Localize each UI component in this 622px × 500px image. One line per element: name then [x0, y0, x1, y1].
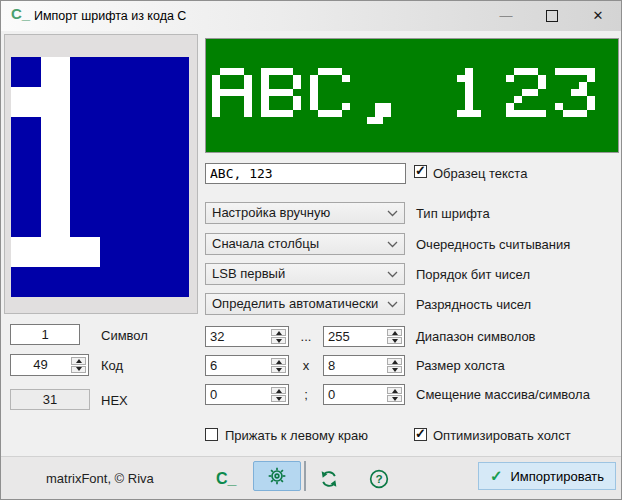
svg-text:?: ? — [375, 472, 382, 485]
import-font-dialog: C_ Импорт шрифта из кода C — ✕ 1 Символ … — [0, 0, 622, 500]
optimize-canvas-label: Оптимизировать холст — [433, 428, 571, 443]
symbol-label: Символ — [101, 328, 148, 343]
bit-order-combobox[interactable]: LSB первый — [205, 263, 405, 285]
sample-text-input[interactable] — [205, 163, 406, 184]
chevron-down-icon — [387, 210, 398, 217]
sample-text-checkbox[interactable]: ✓ — [414, 165, 427, 178]
chevron-down-icon — [387, 271, 398, 278]
chevron-down-icon — [387, 301, 398, 308]
minimize-button[interactable]: — — [483, 1, 529, 31]
offset-label: Смещение массива/символа — [416, 387, 590, 402]
titlebar: C_ Импорт шрифта из кода C — ✕ — [1, 1, 621, 31]
glyph-editor-panel — [4, 34, 198, 314]
array-offset-spinner[interactable]: 0 — [205, 384, 289, 405]
align-left-checkbox[interactable]: ✓ — [205, 428, 218, 441]
glyph-editor-canvas[interactable] — [11, 57, 189, 297]
bit-order-label: Порядок бит чисел — [416, 267, 530, 282]
font-type-label: Тип шрифта — [416, 206, 490, 221]
bit-depth-label: Разрядность чисел — [416, 297, 531, 312]
chevron-down-icon — [387, 241, 398, 248]
read-order-combobox[interactable]: Сначала столбцы — [205, 233, 405, 255]
help-icon[interactable]: ? — [369, 469, 389, 489]
spin-up-icon[interactable] — [271, 358, 286, 365]
window-title: Импорт шрифта из кода C — [34, 1, 186, 31]
canvas-size-label: Размер холста — [416, 358, 505, 373]
char-range-to-spinner[interactable]: 255 — [323, 326, 405, 347]
spin-up-icon[interactable] — [271, 387, 286, 394]
spin-down-icon[interactable] — [387, 366, 402, 373]
app-logo-icon: C_ — [11, 5, 30, 22]
font-preview — [205, 38, 619, 153]
bit-depth-combobox[interactable]: Определить автоматически — [205, 293, 405, 315]
checkmark-icon: ✓ — [415, 426, 426, 441]
maximize-button[interactable] — [529, 1, 575, 31]
symbol-offset-spinner[interactable]: 0 — [323, 384, 405, 405]
refresh-icon[interactable] — [319, 469, 339, 489]
spin-down-icon[interactable] — [271, 395, 286, 402]
symbol-field[interactable]: 1 — [10, 324, 80, 345]
settings-button[interactable] — [253, 461, 301, 491]
spin-down-icon[interactable] — [271, 366, 286, 373]
canvas-height-spinner[interactable]: 8 — [323, 355, 405, 376]
checkmark-icon: ✓ — [490, 467, 503, 485]
align-left-label: Прижать к левому краю — [225, 428, 368, 443]
maximize-icon — [546, 10, 558, 22]
canvas-width-spinner[interactable]: 6 — [205, 355, 289, 376]
read-order-label: Очередность считывания — [416, 237, 570, 252]
checkmark-icon: ✓ — [415, 163, 426, 178]
spin-up-icon[interactable] — [387, 358, 402, 365]
code-spin-buttons[interactable] — [71, 357, 86, 373]
spin-down-icon[interactable] — [387, 337, 402, 344]
spin-down-icon[interactable] — [387, 395, 402, 402]
range-separator: ... — [289, 329, 323, 344]
offset-separator: ; — [289, 387, 323, 402]
statusbar: matrixFont, © Riva C_ — [1, 456, 621, 500]
sample-text-checkbox-label: Образец текста — [433, 166, 527, 181]
optimize-canvas-checkbox[interactable]: ✓ — [414, 428, 427, 441]
code-label: Код — [101, 358, 123, 373]
code-spinner[interactable]: 49 — [10, 354, 89, 376]
spin-down-icon[interactable] — [271, 337, 286, 344]
import-button-label: Импортировать — [510, 469, 604, 484]
spin-up-icon[interactable] — [387, 329, 402, 336]
spin-up-icon[interactable] — [387, 387, 402, 394]
close-button[interactable]: ✕ — [575, 1, 621, 31]
size-separator: x — [289, 358, 323, 373]
toolbar-separator — [304, 461, 306, 491]
spin-up-icon[interactable] — [71, 357, 86, 365]
gear-icon — [267, 466, 287, 486]
char-range-label: Диапазон символов — [416, 329, 536, 344]
import-button[interactable]: ✓ Импортировать — [478, 462, 616, 490]
hex-label: HEX — [101, 393, 128, 408]
app-logo-icon: C_ — [216, 457, 236, 500]
spin-down-icon[interactable] — [71, 366, 86, 374]
char-range-from-spinner[interactable]: 32 — [205, 326, 289, 347]
hex-field: 31 — [10, 389, 90, 410]
font-type-combobox[interactable]: Настройка вручную — [205, 202, 405, 224]
app-credit: matrixFont, © Riva — [46, 457, 154, 500]
spin-up-icon[interactable] — [271, 329, 286, 336]
